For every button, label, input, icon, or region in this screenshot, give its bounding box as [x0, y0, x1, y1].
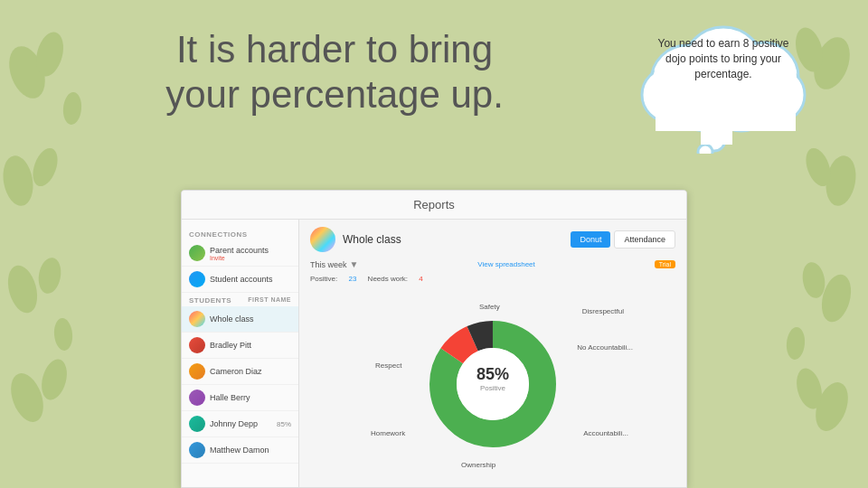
cameron-avatar: [189, 363, 205, 380]
sidebar-item-whole-class[interactable]: Whole class: [182, 306, 298, 333]
johnny-pct: 85%: [277, 420, 291, 428]
accountability-label: Accountabili...: [583, 429, 628, 437]
halle-avatar: [189, 389, 205, 406]
bradley-label: Bradley Pitt: [210, 341, 251, 350]
sidebar-item-cameron[interactable]: Cameron Diaz: [182, 359, 298, 385]
sidebar: CONNECTIONS Parent accounts Invite Stude…: [182, 220, 299, 488]
app-screenshot: Reports CONNECTIONS Parent accounts Invi…: [181, 190, 687, 488]
disrespectful-label: Disrespectful: [582, 307, 624, 315]
halle-label: Halle Berry: [210, 393, 250, 402]
class-icon: [310, 227, 335, 252]
reports-header: Reports: [182, 191, 686, 220]
chart-area: Safety Disrespectful No Accountabili... …: [310, 290, 675, 482]
svg-point-36: [698, 145, 712, 154]
parent-accounts-sub: Invite: [210, 255, 269, 261]
this-week-selector[interactable]: This week ▼: [310, 259, 358, 269]
app-inner: CONNECTIONS Parent accounts Invite Stude…: [182, 220, 686, 488]
johnny-label: Johnny Depp: [210, 419, 258, 428]
homework-label: Homework: [371, 429, 405, 437]
parent-accounts-label: Parent accounts: [210, 246, 269, 255]
respect-label: Respect: [375, 361, 401, 370]
view-spreadsheet-link[interactable]: View spreadsheet: [477, 260, 534, 268]
needs-value: 4: [419, 275, 422, 283]
ownership-label: Ownership: [461, 461, 495, 469]
safety-label: Safety: [479, 303, 500, 311]
whole-class-title: Whole class: [343, 233, 571, 246]
app-top-bar: Whole class Donut Attendance: [310, 227, 675, 252]
positive-value: 23: [348, 275, 356, 283]
app-main-content: Whole class Donut Attendance This week ▼…: [299, 220, 686, 488]
sidebar-item-parent-accounts[interactable]: Parent accounts Invite: [182, 240, 298, 267]
donut-chart-svg: 85% Positive: [425, 316, 561, 452]
student-accounts-label: Student accounts: [210, 275, 273, 284]
svg-rect-37: [701, 127, 732, 145]
main-title: It is harder to bring your percentage up…: [54, 27, 633, 118]
sidebar-item-halle[interactable]: Halle Berry: [182, 385, 298, 411]
attendance-button[interactable]: Attendance: [614, 230, 675, 249]
whole-class-label: Whole class: [210, 314, 254, 324]
matthew-label: Matthew Damon: [210, 446, 269, 455]
stats-row: Positive: 23 Needs work: 4: [310, 275, 675, 283]
trial-badge: Trial: [655, 260, 675, 268]
sidebar-item-matthew[interactable]: Matthew Damon: [182, 437, 298, 464]
main-content: It is harder to bring your percentage up…: [0, 0, 868, 488]
connections-label: CONNECTIONS: [182, 227, 298, 240]
sidebar-item-student-accounts[interactable]: Student accounts: [182, 267, 298, 293]
donut-button[interactable]: Donut: [571, 231, 610, 248]
cloud-bubble-container: You need to earn 8 positive dojo points …: [633, 9, 814, 154]
title-section: It is harder to bring your percentage up…: [0, 27, 868, 154]
parent-accounts-avatar: [189, 245, 205, 261]
sidebar-item-bradley[interactable]: Bradley Pitt: [182, 333, 298, 359]
svg-text:Positive: Positive: [480, 384, 506, 392]
student-accounts-avatar: [189, 271, 205, 287]
sidebar-item-johnny[interactable]: Johnny Depp 85%: [182, 411, 298, 437]
donut-chart-wrapper: Safety Disrespectful No Accountabili... …: [425, 316, 561, 455]
cloud-text: You need to earn 8 positive dojo points …: [651, 36, 796, 81]
bradley-avatar: [189, 337, 205, 353]
students-section-label: STUDENTS First name: [182, 293, 298, 306]
cameron-label: Cameron Diaz: [210, 367, 262, 376]
johnny-avatar: [189, 416, 205, 432]
week-arrow-icon: ▼: [350, 259, 359, 269]
whole-class-avatar: [189, 311, 205, 327]
svg-text:85%: 85%: [476, 365, 509, 383]
matthew-avatar: [189, 442, 205, 458]
week-bar: This week ▼ View spreadsheet Trial: [310, 259, 675, 269]
no-accountability-label: No Accountabili...: [577, 343, 633, 352]
